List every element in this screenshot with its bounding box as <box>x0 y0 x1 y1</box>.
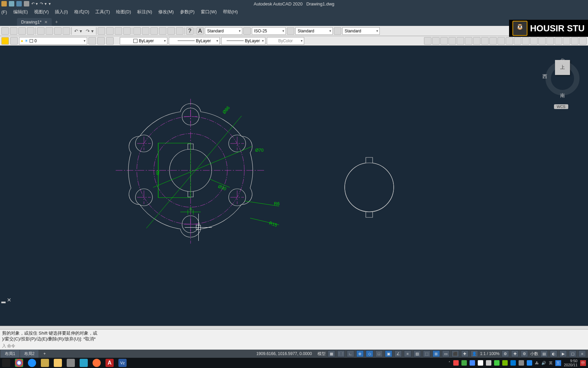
sc-toggle[interactable]: ⬛ <box>452 350 459 357</box>
tray-onedrive-icon[interactable] <box>510 360 516 366</box>
layer-dropdown[interactable]: ●☀ 0 <box>19 37 87 45</box>
viewcube[interactable]: 北 西 上 南 WCS <box>544 58 581 109</box>
tray-icon[interactable] <box>453 360 459 366</box>
mleaderstyle-icon[interactable] <box>334 27 341 35</box>
app-vz-icon[interactable]: Vz <box>118 359 127 367</box>
drawing-canvas[interactable]: Ø86 Ø70 Ø30 R6 R15 40 6 <box>0 55 588 334</box>
annoscale-icon[interactable]: 👤 <box>471 350 478 357</box>
autocad-icon[interactable]: A <box>105 359 114 367</box>
qat-save-icon[interactable] <box>16 1 22 6</box>
qat-more-icon[interactable]: ▾ <box>49 1 51 6</box>
tray-shield-icon[interactable] <box>494 360 500 366</box>
tablestyle-dropdown[interactable]: Standard <box>295 27 333 35</box>
tablestyle-icon[interactable] <box>287 27 294 35</box>
qp-toggle[interactable]: ▭ <box>442 350 450 357</box>
tencent-browser-icon[interactable] <box>28 359 36 367</box>
workspace-icon[interactable]: ⚙ <box>521 350 528 357</box>
add-scale-icon[interactable]: ✚ <box>511 350 519 357</box>
dim-ordinate-icon[interactable] <box>448 37 456 45</box>
redo-icon[interactable]: ↷ ▾ <box>84 28 95 34</box>
dim-aligned-icon[interactable] <box>432 37 440 45</box>
menu-edit[interactable]: 编辑(E) <box>13 9 28 15</box>
layer-states-icon[interactable] <box>10 37 18 45</box>
layer-manager-icon[interactable] <box>1 37 9 45</box>
transparency-toggle[interactable]: ▨ <box>413 350 421 357</box>
color-dropdown[interactable]: ByLayer <box>120 37 167 45</box>
osnap-toggle[interactable]: □ <box>375 350 383 357</box>
command-input[interactable]: 入 命令 <box>0 342 588 350</box>
textstyle-icon[interactable]: A <box>196 27 204 35</box>
cmd-palette-handle[interactable]: ▂ ✕ <box>1 297 11 303</box>
gear-icon[interactable]: ⚙ <box>502 350 509 357</box>
menu-file[interactable]: (F) <box>1 10 7 15</box>
dynmode-toggle[interactable]: ⊞ <box>432 350 440 357</box>
dim-jogged-icon[interactable] <box>546 37 554 45</box>
dim-center-icon[interactable] <box>530 37 538 45</box>
units-label[interactable]: 小数 <box>530 351 538 357</box>
menu-format[interactable]: 格式(O) <box>74 9 89 15</box>
menu-modify[interactable]: 修改(M) <box>158 9 174 15</box>
dimstyle-dropdown[interactable]: ISO-25 <box>252 27 286 35</box>
layout-tab-1[interactable]: 布局1 <box>1 350 19 358</box>
textstyle-dropdown[interactable]: Standard <box>205 27 242 35</box>
dim-radius-icon[interactable] <box>457 37 464 45</box>
menu-insert[interactable]: 插入(I) <box>55 9 68 15</box>
dim-edit-icon[interactable] <box>555 37 562 45</box>
customize-icon[interactable]: ▤ <box>540 350 548 357</box>
menu-dimension[interactable]: 标注(N) <box>137 9 152 15</box>
notepad-icon[interactable] <box>67 359 75 367</box>
clock-time[interactable]: 9:50 <box>564 359 577 363</box>
dim-inspect-icon[interactable] <box>538 37 546 45</box>
dim-linear-icon[interactable] <box>424 37 431 45</box>
layout-tab-add[interactable]: + <box>39 350 50 357</box>
ime-method[interactable]: 五 <box>555 360 561 366</box>
tray-app-icon[interactable] <box>519 360 524 366</box>
plotstyle-dropdown[interactable]: ByColor <box>267 37 304 45</box>
hardware-accel-icon[interactable]: ▶ <box>559 350 567 357</box>
explorer-icon[interactable] <box>54 359 62 367</box>
viewcube-north[interactable]: 北 <box>560 58 565 64</box>
quickcalc-icon[interactable] <box>176 27 183 35</box>
designcenter-icon[interactable] <box>142 27 149 35</box>
lwt-toggle[interactable]: ≡ <box>404 350 411 357</box>
viewcube-wcs[interactable]: WCS <box>554 104 568 109</box>
dim-quick-icon[interactable] <box>481 37 489 45</box>
qat-undo-icon[interactable]: ↶ ▾ <box>31 1 38 6</box>
mleaderstyle-dropdown[interactable]: Standard <box>342 27 380 35</box>
isodraft-toggle[interactable]: ◇ <box>366 350 373 357</box>
linetype-dropdown[interactable]: ByLayer <box>169 37 220 45</box>
tray-icon[interactable] <box>470 360 475 366</box>
model-button[interactable]: 模型 <box>317 351 326 357</box>
menu-parametric[interactable]: 参数(P) <box>180 9 195 15</box>
match-icon[interactable] <box>63 27 70 35</box>
dim-break-icon[interactable] <box>514 37 521 45</box>
close-icon[interactable]: ✕ <box>44 20 48 25</box>
clock-date[interactable]: 2020/11 <box>564 363 577 367</box>
isolate-icon[interactable]: ◐ <box>550 350 557 357</box>
dim-style-icon[interactable] <box>579 37 587 45</box>
tray-icon[interactable] <box>478 360 483 366</box>
paste-icon[interactable] <box>54 27 62 35</box>
cleanscreen-icon[interactable]: ▢ <box>569 350 576 357</box>
dim-angular-icon[interactable] <box>473 37 480 45</box>
qat-new-icon[interactable] <box>1 1 7 6</box>
copy-icon[interactable] <box>46 27 53 35</box>
toolpalettes-icon[interactable] <box>150 27 158 35</box>
zoom-icon[interactable] <box>106 27 114 35</box>
firefox-icon[interactable] <box>93 359 101 367</box>
lineweight-dropdown[interactable]: ByLayer <box>221 37 265 45</box>
qat-print-icon[interactable] <box>24 1 29 6</box>
cut-icon[interactable] <box>37 27 45 35</box>
polar-toggle[interactable]: ⊕ <box>356 350 364 357</box>
viewcube-west[interactable]: 西 <box>542 74 547 80</box>
undo-icon[interactable]: ↶ ▾ <box>73 28 83 34</box>
zoom-window-icon[interactable] <box>115 27 122 35</box>
app-u-icon[interactable] <box>80 359 88 367</box>
menu-tools[interactable]: 工具(T) <box>95 9 110 15</box>
save-icon[interactable] <box>18 27 26 35</box>
dim-diameter-icon[interactable] <box>465 37 472 45</box>
selection-cycling[interactable]: ⬚ <box>423 350 430 357</box>
open-icon[interactable] <box>10 27 17 35</box>
layer-match-icon[interactable] <box>106 37 114 45</box>
command-window[interactable]: 剪的对象，或按住 Shift 键选择要延伸的对象，或 )/窗交(C)/投影(P)… <box>0 326 588 350</box>
